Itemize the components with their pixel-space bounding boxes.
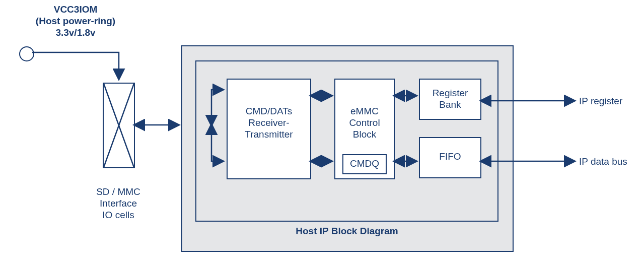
- diagram-canvas: VCC3IOM (Host power-ring) 3.3v/1.8v SD /…: [0, 0, 644, 267]
- connectors: [0, 0, 644, 267]
